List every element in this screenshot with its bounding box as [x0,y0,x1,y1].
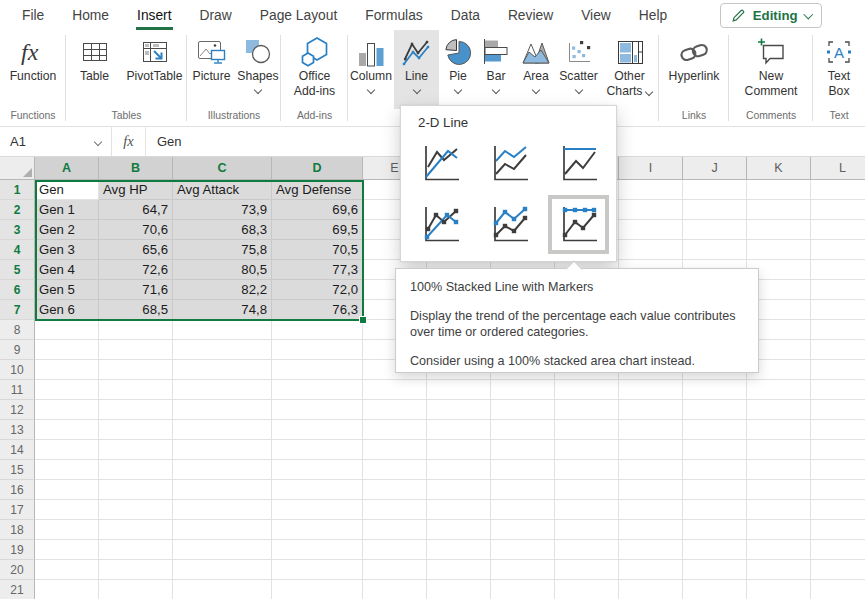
cell-L8[interactable] [811,320,865,340]
cell-F16[interactable] [427,480,491,500]
office-addins-button[interactable]: OfficeAdd-ins [283,30,347,109]
cell-G17[interactable] [491,500,555,520]
column-header-a[interactable]: A [35,157,99,180]
column-header-d[interactable]: D [272,157,363,180]
cell-L4[interactable] [811,240,865,260]
cell-C9[interactable] [173,340,272,360]
shapes-button[interactable]: Shapes [236,30,281,109]
chart-option-stacked-line[interactable] [479,134,540,193]
row-header-11[interactable]: 11 [0,380,35,400]
cell-A21[interactable] [35,580,99,599]
cell-K13[interactable] [747,420,811,440]
cell-A18[interactable] [35,520,99,540]
cell-L5[interactable] [811,260,865,280]
row-header-17[interactable]: 17 [0,500,35,520]
bar-chart-button[interactable]: Bar [477,30,515,109]
cell-C6[interactable]: 82,2 [173,280,272,300]
cell-H15[interactable] [555,460,619,480]
cell-L7[interactable] [811,300,865,320]
cell-E21[interactable] [363,580,427,599]
menu-tab-insert[interactable]: Insert [123,0,186,30]
cell-A20[interactable] [35,560,99,580]
cell-I17[interactable] [619,500,683,520]
row-header-2[interactable]: 2 [0,200,35,220]
cell-B9[interactable] [99,340,173,360]
row-header-5[interactable]: 5 [0,260,35,280]
cell-J21[interactable] [683,580,747,599]
cell-A17[interactable] [35,500,99,520]
cell-K14[interactable] [747,440,811,460]
cell-J20[interactable] [683,560,747,580]
cell-D18[interactable] [272,520,363,540]
cell-I21[interactable] [619,580,683,599]
cell-H12[interactable] [555,400,619,420]
menu-tab-data[interactable]: Data [437,0,494,30]
cell-E18[interactable] [363,520,427,540]
cell-I18[interactable] [619,520,683,540]
cell-D1[interactable]: Avg Defense [272,180,363,200]
cell-H17[interactable] [555,500,619,520]
cell-J4[interactable] [683,240,747,260]
scatter-chart-button[interactable]: Scatter [557,30,600,109]
cell-H16[interactable] [555,480,619,500]
menu-tab-formulas[interactable]: Formulas [351,0,437,30]
column-chart-button[interactable]: Column [348,30,394,109]
cell-B19[interactable] [99,540,173,560]
cell-I1[interactable] [619,180,683,200]
cell-E20[interactable] [363,560,427,580]
cell-J13[interactable] [683,420,747,440]
line-chart-button[interactable]: Line [394,30,439,109]
column-header-b[interactable]: B [99,157,173,180]
cell-I16[interactable] [619,480,683,500]
cell-F17[interactable] [427,500,491,520]
cell-A12[interactable] [35,400,99,420]
cell-J17[interactable] [683,500,747,520]
cell-J3[interactable] [683,220,747,240]
cell-G13[interactable] [491,420,555,440]
cell-H11[interactable] [555,380,619,400]
cell-L14[interactable] [811,440,865,460]
cell-C11[interactable] [173,380,272,400]
column-header-i[interactable]: I [619,157,683,180]
cell-L2[interactable] [811,200,865,220]
cell-B7[interactable]: 68,5 [99,300,173,320]
cell-B11[interactable] [99,380,173,400]
cell-H21[interactable] [555,580,619,599]
new-comment-button[interactable]: NewComment [731,30,811,109]
row-header-4[interactable]: 4 [0,240,35,260]
cell-E11[interactable] [363,380,427,400]
cell-F14[interactable] [427,440,491,460]
cell-C20[interactable] [173,560,272,580]
row-header-12[interactable]: 12 [0,400,35,420]
column-header-l[interactable]: L [811,157,865,180]
cell-D2[interactable]: 69,6 [272,200,363,220]
cell-H19[interactable] [555,540,619,560]
cell-C17[interactable] [173,500,272,520]
cell-L10[interactable] [811,360,865,380]
cell-L21[interactable] [811,580,865,599]
row-header-15[interactable]: 15 [0,460,35,480]
cell-D11[interactable] [272,380,363,400]
picture-button[interactable]: Picture [188,30,236,109]
pivottable-button[interactable]: PivotTable [123,30,187,109]
chart-option-100-stacked-line-with-markers[interactable] [548,195,609,254]
cell-E15[interactable] [363,460,427,480]
cell-J18[interactable] [683,520,747,540]
cell-L6[interactable] [811,280,865,300]
cell-B6[interactable]: 71,6 [99,280,173,300]
cell-H13[interactable] [555,420,619,440]
menu-tab-help[interactable]: Help [625,0,681,30]
cell-E16[interactable] [363,480,427,500]
cell-I19[interactable] [619,540,683,560]
cell-C16[interactable] [173,480,272,500]
cell-J19[interactable] [683,540,747,560]
cell-C18[interactable] [173,520,272,540]
cell-C19[interactable] [173,540,272,560]
column-header-k[interactable]: K [747,157,811,180]
cell-A3[interactable]: Gen 2 [35,220,99,240]
cell-L19[interactable] [811,540,865,560]
cell-A9[interactable] [35,340,99,360]
cell-L3[interactable] [811,220,865,240]
area-chart-button[interactable]: Area [515,30,557,109]
other-charts-button[interactable]: OtherCharts [600,30,659,109]
